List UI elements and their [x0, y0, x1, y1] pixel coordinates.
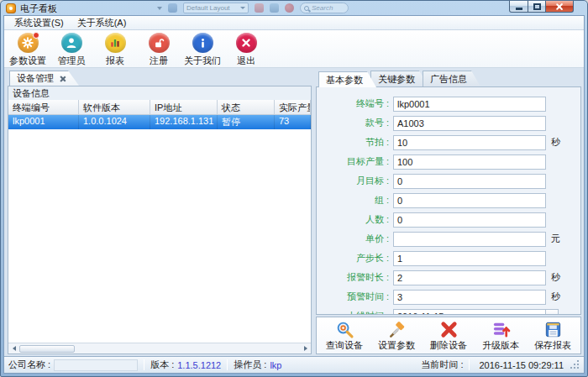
search-icon [304, 6, 309, 11]
query-device-button[interactable]: 查询设备 [318, 320, 370, 352]
tab-ad-info[interactable]: 广告信息 [423, 71, 480, 86]
tab-device-management[interactable]: 设备管理 [9, 71, 79, 86]
company-value-box [54, 359, 138, 371]
date-dropdown-icon[interactable] [545, 309, 559, 316]
field-label: 上线时间 : [317, 310, 389, 315]
scrollbar-thumb[interactable] [19, 345, 75, 353]
field-label: 组 : [317, 194, 389, 207]
time-value: 2016-11-15 09:29:11 [479, 360, 564, 370]
table-row[interactable]: lkp0001 1.0.0.1024 192.168.1.131 暂停 73 [8, 115, 311, 129]
warning-time-field[interactable] [393, 290, 546, 305]
info-icon [192, 33, 213, 53]
separator [469, 359, 470, 370]
col-actual-output[interactable]: 实际产量 [275, 100, 311, 114]
toolbar-report[interactable]: 报表 [93, 32, 137, 67]
gear-icon [18, 33, 39, 53]
minimize-button[interactable] [509, 1, 528, 13]
save-report-button[interactable]: 保存报表 [527, 320, 579, 352]
delete-x-icon [439, 320, 459, 339]
toolbar-label: 报表 [106, 55, 124, 67]
month-target-field[interactable] [393, 174, 546, 189]
record-icon [285, 3, 294, 13]
app-icon [6, 3, 16, 13]
takt-field[interactable] [393, 135, 546, 150]
cell-status: 暂停 [218, 115, 275, 129]
titlebar[interactable]: 电子看板 Default Layout Search [1, 1, 587, 15]
recorder-overlay: Default Layout Search [157, 3, 349, 13]
time-label: 当前时间 : [421, 359, 463, 371]
horizontal-scrollbar[interactable] [8, 343, 311, 353]
online-date-field[interactable] [393, 309, 546, 316]
parameter-panel: 基本参数 关键参数 广告信息 终端号 : 款号 : [316, 70, 581, 354]
toolbar-about[interactable]: 关于我们 [181, 32, 224, 67]
content-area: 设备管理 设备信息 终端编号 软件版本 IP地址 状态 实际产量 lkp0001 [4, 68, 584, 356]
window-controls [510, 1, 574, 13]
toolbar-param-settings[interactable]: 参数设置 [6, 32, 50, 67]
field-label: 预警时间 : [317, 291, 389, 303]
target-output-field[interactable] [393, 154, 546, 170]
col-status[interactable]: 状态 [218, 100, 275, 114]
chart-icon [105, 33, 126, 53]
form-row-alarm-duration: 报警时长 : 秒 [317, 268, 580, 287]
gavel-icon [387, 320, 407, 339]
scroll-right-icon[interactable] [301, 344, 310, 353]
cell-software-version: 1.0.0.1024 [79, 115, 150, 129]
resize-grip[interactable] [570, 360, 580, 369]
search-placeholder: Search [312, 4, 333, 12]
separator [227, 359, 228, 370]
field-label: 人数 : [317, 213, 389, 226]
close-button[interactable] [545, 1, 574, 13]
tab-key-params[interactable]: 关键参数 [370, 71, 428, 86]
field-label: 单价 : [317, 233, 389, 245]
unlock-icon [149, 33, 170, 53]
toolbar-label: 管理员 [58, 55, 86, 67]
delete-device-button[interactable]: 删除设备 [423, 320, 475, 352]
field-unit: 秒 [551, 136, 560, 149]
menu-system-settings[interactable]: 系统设置(S) [8, 16, 71, 30]
button-label: 查询设备 [326, 339, 363, 352]
group-field[interactable] [393, 193, 546, 208]
device-panel: 设备管理 设备信息 终端编号 软件版本 IP地址 状态 实际产量 lkp0001 [8, 70, 312, 354]
button-label: 设置参数 [378, 339, 415, 352]
style-no-field[interactable] [393, 116, 546, 131]
toolbar-exit[interactable]: 退出 [224, 32, 268, 67]
overlay-tool-icon [270, 3, 279, 13]
headcount-field[interactable] [393, 212, 546, 228]
upgrade-version-button[interactable]: 升级版本 [475, 320, 527, 352]
maximize-button[interactable] [528, 1, 546, 13]
toolbar-admin[interactable]: 管理员 [50, 32, 93, 67]
tab-basic-params[interactable]: 基本参数 [318, 71, 376, 87]
scroll-left-icon[interactable] [9, 344, 18, 353]
button-label: 保存报表 [534, 339, 571, 352]
field-label: 月目标 : [317, 175, 389, 187]
form-row-takt: 节拍 : 秒 [317, 133, 580, 152]
table-empty-area [8, 129, 311, 343]
col-terminal-no[interactable]: 终端编号 [8, 100, 79, 114]
col-software-version[interactable]: 软件版本 [79, 100, 150, 114]
field-label: 目标产量 : [317, 155, 389, 168]
terminal-no-field[interactable] [393, 97, 546, 112]
form-row-month-target: 月目标 : [317, 171, 580, 191]
output-step-field[interactable] [393, 251, 546, 266]
form-row-output-step: 产步长 : [317, 249, 580, 268]
tab-label: 设备管理 [17, 72, 54, 85]
field-label: 报警时长 : [317, 271, 389, 284]
action-button-bar: 查询设备 设置参数 删除设备 升级版本 [316, 317, 581, 354]
alarm-duration-field[interactable] [393, 270, 546, 285]
field-label: 终端号 : [317, 97, 389, 110]
toolbar-register[interactable]: 注册 [137, 32, 181, 67]
overlay-dropdown-caret-icon [157, 7, 162, 10]
version-value: 1.1.5.1212 [177, 360, 221, 370]
unit-price-field[interactable] [393, 232, 546, 247]
close-icon [555, 3, 564, 11]
cell-terminal-no: lkp0001 [8, 115, 79, 129]
set-params-button[interactable]: 设置参数 [370, 320, 423, 352]
col-ip-address[interactable]: IP地址 [150, 100, 218, 114]
layout-combo-value: Default Layout [186, 4, 230, 12]
form-row-group: 组 : [317, 191, 580, 210]
field-unit: 元 [551, 233, 560, 245]
form-row-warning-time: 预警时间 : 秒 [317, 287, 580, 306]
version-label: 版本 : [150, 359, 174, 371]
tab-close-icon[interactable] [60, 76, 66, 81]
menu-about-system[interactable]: 关于系统(A) [71, 16, 134, 30]
